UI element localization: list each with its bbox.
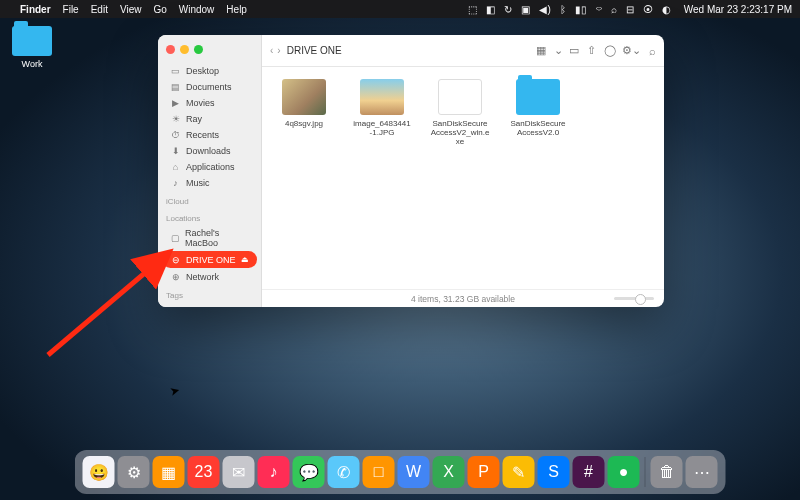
dock-app-6[interactable]: 💬 (293, 456, 325, 488)
svg-line-0 (48, 255, 166, 355)
sidebar-item-drive-one[interactable]: ⊖DRIVE ONE⏏ (162, 251, 257, 268)
sidebar-header-locations: Locations (158, 208, 261, 225)
dock-app-4[interactable]: ✉ (223, 456, 255, 488)
dock-app-5[interactable]: ♪ (258, 456, 290, 488)
sidebar-item-applications[interactable]: ⌂Applications (162, 159, 257, 174)
dock-app-8[interactable]: □ (363, 456, 395, 488)
file-name: image_6483441-1.JPG (352, 119, 412, 137)
file-thumbnail (516, 79, 560, 115)
menu-help[interactable]: Help (226, 4, 247, 15)
display-icon[interactable]: ▣ (521, 4, 530, 15)
dl-icon: ⬇ (170, 145, 181, 156)
file-item[interactable]: SanDiskSecureAccessV2_win.exe (430, 79, 490, 146)
desktop-folder-label: Work (8, 59, 56, 69)
menu-edit[interactable]: Edit (91, 4, 108, 15)
sync-icon[interactable]: ↻ (504, 4, 512, 15)
sidebar-item-rachel-s-macboo[interactable]: ▢Rachel's MacBoo (162, 226, 257, 250)
file-thumbnail (282, 79, 326, 115)
share-button[interactable]: ⇧ (587, 44, 596, 57)
sidebar-item-ray[interactable]: ☀Ray (162, 111, 257, 126)
ray-icon: ☀ (170, 113, 181, 124)
desktop-folder-work[interactable]: Work (8, 26, 56, 69)
user-icon[interactable]: ⦿ (643, 4, 653, 15)
status-bar: 4 items, 31.23 GB available (262, 289, 664, 307)
menubar-datetime[interactable]: Wed Mar 23 2:23:17 PM (684, 4, 792, 15)
dock-app-7[interactable]: ✆ (328, 456, 360, 488)
dock: 😀⚙▦23✉♪💬✆□WXP✎S#●🗑⋯ (75, 450, 726, 494)
back-button[interactable]: ‹ (270, 45, 273, 56)
dock-app-12[interactable]: ✎ (503, 456, 535, 488)
sidebar-header-icloud: iCloud (158, 191, 261, 208)
dock-app-15[interactable]: ● (608, 456, 640, 488)
dock-app-11[interactable]: P (468, 456, 500, 488)
dock-app-1[interactable]: ⚙ (118, 456, 150, 488)
sidebar-item-label: Movies (186, 98, 215, 108)
maximize-button[interactable] (194, 45, 203, 54)
dock-app-0[interactable]: 😀 (83, 456, 115, 488)
search-button[interactable]: ⌕ (649, 45, 656, 57)
status-icon[interactable]: ◧ (486, 4, 495, 15)
dock-app-17[interactable]: ⋯ (686, 456, 718, 488)
close-button[interactable] (166, 45, 175, 54)
menubar: Finder File Edit View Go Window Help ⬚ ◧… (0, 0, 800, 18)
group-button[interactable]: ▭ (569, 44, 579, 57)
status-text: 4 items, 31.23 GB available (411, 294, 515, 304)
dock-app-9[interactable]: W (398, 456, 430, 488)
wifi-icon[interactable]: ⌔ (596, 4, 602, 15)
mouse-cursor: ➤ (168, 383, 181, 399)
sidebar-item-music[interactable]: ♪Music (162, 175, 257, 190)
view-options-icon[interactable]: ⌄ (554, 44, 563, 57)
bluetooth-icon[interactable]: ᛒ (560, 4, 566, 15)
tag-button[interactable]: ◯ (604, 44, 616, 57)
dock-app-3[interactable]: 23 (188, 456, 220, 488)
sidebar-item-recents[interactable]: ⏱Recents (162, 127, 257, 142)
movie-icon: ▶ (170, 97, 181, 108)
file-item[interactable]: SanDiskSecureAccessV2.0 (508, 79, 568, 137)
sidebar-item-desktop[interactable]: ▭Desktop (162, 63, 257, 78)
music-icon: ♪ (170, 177, 181, 188)
sidebar-item-label: Rachel's MacBoo (185, 228, 249, 248)
sidebar-item-label: Documents (186, 82, 232, 92)
menu-view[interactable]: View (120, 4, 142, 15)
forward-button[interactable]: › (277, 45, 280, 56)
menu-go[interactable]: Go (153, 4, 166, 15)
finder-window: ▭Desktop▤Documents▶Movies☀Ray⏱Recents⬇Do… (158, 35, 664, 307)
dock-app-2[interactable]: ▦ (153, 456, 185, 488)
sidebar-header-tags: Tags (158, 285, 261, 302)
spotlight-icon[interactable]: ⌕ (611, 4, 617, 15)
dock-app-13[interactable]: S (538, 456, 570, 488)
folder-icon (12, 26, 52, 56)
dock-app-14[interactable]: # (573, 456, 605, 488)
menu-window[interactable]: Window (179, 4, 215, 15)
sidebar-item-label: DRIVE ONE (186, 255, 236, 265)
sidebar-item-network[interactable]: ⊕Network (162, 269, 257, 284)
sidebar-item-label: Music (186, 178, 210, 188)
finder-toolbar: ‹ › DRIVE ONE ▦ ⌄ ▭ ⇧ ◯ ⚙⌄ ⌕ (262, 35, 664, 67)
battery-icon[interactable]: ▮▯ (575, 4, 587, 15)
dock-separator (645, 457, 646, 487)
icon-size-slider[interactable] (614, 297, 654, 300)
action-button[interactable]: ⚙⌄ (622, 44, 641, 57)
sidebar-item-label: Applications (186, 162, 235, 172)
dropbox-icon[interactable]: ⬚ (468, 4, 477, 15)
file-grid[interactable]: 4q8sgv.jpgimage_6483441-1.JPGSanDiskSecu… (262, 67, 664, 289)
minimize-button[interactable] (180, 45, 189, 54)
sidebar-item-label: Network (186, 272, 219, 282)
eject-icon[interactable]: ⏏ (241, 255, 249, 264)
dock-app-10[interactable]: X (433, 456, 465, 488)
sidebar-item-movies[interactable]: ▶Movies (162, 95, 257, 110)
view-icons-button[interactable]: ▦ (536, 44, 546, 57)
file-name: 4q8sgv.jpg (274, 119, 334, 128)
app-menu[interactable]: Finder (20, 4, 51, 15)
apps-icon: ⌂ (170, 161, 181, 172)
menu-file[interactable]: File (63, 4, 79, 15)
sidebar-item-downloads[interactable]: ⬇Downloads (162, 143, 257, 158)
dock-app-16[interactable]: 🗑 (651, 456, 683, 488)
volume-icon[interactable]: ◀) (539, 4, 550, 15)
siri-icon[interactable]: ◐ (662, 4, 671, 15)
control-center-icon[interactable]: ⊟ (626, 4, 634, 15)
file-item[interactable]: image_6483441-1.JPG (352, 79, 412, 137)
desktop-icon: ▭ (170, 65, 181, 76)
file-item[interactable]: 4q8sgv.jpg (274, 79, 334, 128)
sidebar-item-documents[interactable]: ▤Documents (162, 79, 257, 94)
